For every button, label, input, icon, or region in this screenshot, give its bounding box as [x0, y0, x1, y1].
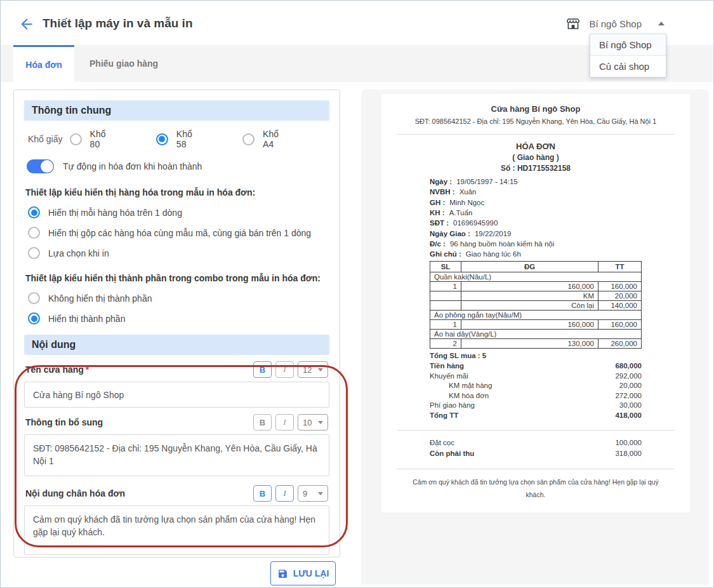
font-size-select[interactable]: 10 — [298, 414, 328, 431]
radio-kho-a4[interactable]: Khổ A4 — [242, 129, 284, 149]
page-title: Thiết lập máy in và mẫu in — [43, 17, 193, 30]
radio-label: Không hiển thị thành phần — [48, 293, 152, 304]
format-controls: B I 9 — [253, 485, 328, 502]
radio-combo-show[interactable]: Hiển thị thành phần — [28, 312, 329, 324]
save-icon — [277, 568, 288, 579]
font-size-select[interactable]: 12 — [298, 361, 328, 378]
detail-value: A.Tuấn — [449, 209, 473, 217]
radio-icon — [28, 312, 40, 324]
invoice-total-line: KM hóa đơn272,000 — [430, 391, 642, 401]
field-additional-info: Thông tin bổ sung B I 10 SĐT: 0985642152… — [24, 414, 329, 479]
radio-combo-hide[interactable]: Không hiển thị thành phần — [28, 292, 329, 304]
total-value: 418,000 — [615, 411, 642, 421]
price-cell: 130,000 — [461, 339, 598, 349]
radio-icon — [28, 206, 40, 218]
invoice-detail-line: Ngày :19/05/1997 - 14:15 — [430, 177, 642, 187]
radio-kho-80[interactable]: Khổ 80 — [70, 129, 110, 149]
invoice-table-row: Quần kaki(Nâu/L) — [430, 272, 642, 282]
invoice-table-row: 1160,000160,000 — [430, 320, 642, 330]
shop-selector-label: Bí ngô Shop — [589, 18, 642, 29]
auto-print-toggle[interactable] — [27, 159, 54, 173]
shop-dropdown-item[interactable]: Bí ngô Shop — [590, 34, 666, 56]
italic-button[interactable]: I — [275, 485, 294, 502]
detail-value: 01696945990 — [453, 219, 498, 227]
format-controls: B I 10 — [253, 414, 328, 431]
auto-print-row: Tự động in hóa đơn khi hoàn thành — [27, 159, 329, 173]
caret-down-icon — [318, 368, 323, 371]
app-window: Thiết lập máy in và mẫu in Bí ngô Shop B… — [0, 0, 714, 588]
invoice-store-info: SĐT: 0985642152 - Địa chỉ: 195 Nguyễn Kh… — [397, 116, 675, 127]
qty-cell: 2 — [430, 339, 461, 349]
total-cell: 160,000 — [598, 282, 642, 291]
bold-button[interactable]: B — [253, 485, 272, 502]
shop-dropdown-item[interactable]: Củ cải shop — [590, 56, 666, 77]
payment-label: Đặt cọc — [430, 438, 454, 449]
field-label: Thông tin bổ sung — [25, 417, 103, 427]
caret-up-icon — [658, 22, 664, 25]
total-cell: 260,000 — [598, 339, 642, 349]
invoice-table-row: 2130,000260,000 — [430, 339, 642, 349]
total-value: 292,000 — [615, 371, 642, 382]
invoice-number: Số : HD1715532158 — [397, 164, 675, 173]
invoice-table-header-cell: SL — [430, 262, 461, 272]
bold-button[interactable]: B — [253, 361, 272, 378]
shop-selector[interactable]: Bí ngô Shop — [565, 13, 664, 34]
combo-display-heading: Thiết lập kiểu hiển thị thành phần trong… — [25, 273, 329, 283]
required-asterisk: * — [86, 364, 89, 375]
radio-kho-58[interactable]: Khổ 58 — [156, 129, 197, 149]
save-button-label: LƯU LẠI — [293, 568, 329, 578]
total-label: Tổng SL mua : 5 — [430, 351, 486, 361]
store-name-input[interactable] — [24, 382, 329, 408]
invoice-detail-line: GH :Minh Ngọc — [430, 197, 642, 208]
radio-label: Khổ 58 — [176, 129, 197, 149]
bold-button[interactable]: B — [253, 414, 272, 431]
invoice-detail-line: Ghi chú :Giao hàng lúc 6h — [430, 249, 642, 259]
radio-item-grouped[interactable]: Hiển thị gộp các hàng hóa cùng mẫu mã, c… — [28, 227, 329, 239]
radio-icon — [242, 133, 255, 145]
detail-label: Ngày : — [430, 178, 452, 185]
section-header-content: Nội dung — [24, 335, 329, 355]
divider — [397, 430, 675, 431]
total-value: 680,000 — [615, 361, 642, 371]
detail-value: 19/05/1997 - 14:15 — [456, 178, 518, 185]
invoice-items-table: SLĐGTT Quần kaki(Nâu/L)1160,000160,000KM… — [430, 261, 642, 349]
radio-label: Lựa chọn khi in — [48, 248, 109, 258]
radio-item-choose-when-print[interactable]: Lựa chọn khi in — [28, 247, 329, 259]
paper-size-row: Khổ giấy Khổ 80 Khổ 58 Khổ A4 — [28, 129, 329, 149]
detail-value: Xuân — [459, 188, 477, 196]
invoice-table-header-cell: ĐG — [461, 262, 598, 272]
total-label: KM hóa đơn — [430, 391, 489, 401]
radio-icon — [28, 247, 40, 259]
invoice-detail-line: NVBH :Xuân — [430, 187, 642, 197]
radio-label: Hiển thị thành phần — [48, 314, 125, 324]
radio-label: Hiển thị gộp các hàng hóa cùng mẫu mã, c… — [48, 228, 311, 238]
radio-icon — [28, 227, 40, 239]
settings-panel: Thông tin chung Khổ giấy Khổ 80 Khổ 58 K… — [13, 90, 340, 558]
invoice-table-row: Áo hai dây(Vàng/L) — [430, 330, 642, 339]
price-cell: 160,000 — [461, 282, 598, 291]
total-label: Tổng TT — [430, 411, 458, 421]
total-cell: 20,000 — [598, 291, 642, 301]
invoice-paper: Cửa hàng Bí ngô Shop SĐT: 0985642152 - Đ… — [381, 94, 690, 512]
radio-item-per-line[interactable]: Hiển thị mỗi hàng hóa trên 1 dòng — [28, 206, 329, 218]
invoice-footer-textarea[interactable]: Cảm ơn quý khách đã tin tưởng lựa chọn s… — [24, 505, 329, 555]
font-size-select[interactable]: 9 — [298, 485, 328, 502]
field-label: Tên cửa hàng* — [25, 364, 89, 375]
save-button[interactable]: LƯU LẠI — [270, 561, 336, 585]
payment-label: Còn phải thu — [430, 448, 474, 460]
invoice-table-row: KM20,000 — [430, 291, 642, 301]
additional-info-textarea[interactable]: SĐT: 0985642152 - Địa chỉ: 195 Nguyễn Kh… — [24, 434, 329, 476]
radio-icon — [70, 133, 82, 145]
italic-button[interactable]: I — [275, 361, 294, 378]
detail-label: NVBH : — [430, 188, 455, 196]
tab-delivery-note[interactable]: Phiếu giao hàng — [74, 45, 173, 82]
item-display-heading: Thiết lập kiểu hiển thị hàng hóa trong m… — [25, 187, 329, 197]
price-cell: KM — [461, 291, 598, 301]
invoice-totals: Tổng SL mua : 5Tiền hàng680,000Khuyến mã… — [430, 351, 642, 420]
italic-button[interactable]: I — [275, 414, 294, 431]
back-button[interactable] — [18, 16, 35, 32]
tab-invoice[interactable]: Hóa đơn — [13, 45, 74, 82]
auto-print-label: Tự động in hóa đơn khi hoàn thành — [63, 161, 202, 171]
product-name-cell: Quần kaki(Nâu/L) — [430, 272, 642, 282]
detail-label: Ngày Giao : — [430, 230, 470, 237]
